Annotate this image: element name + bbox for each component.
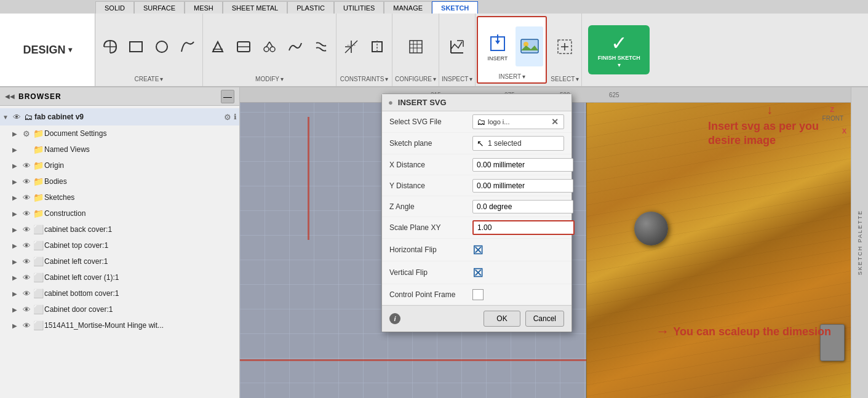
- tree-item-origin[interactable]: ▶ 👁 📁 Origin: [0, 157, 239, 173]
- annotation-text-1: Insert svg as per you desire image: [708, 119, 831, 148]
- inspect-section: INSPECT ▾: [439, 14, 476, 86]
- z-angle-input[interactable]: [472, 200, 573, 213]
- finish-arrow-icon: ▾: [618, 62, 621, 68]
- tab-solid[interactable]: SOLID: [95, 1, 134, 14]
- insert-label[interactable]: INSERT ▾: [499, 73, 526, 80]
- modify-tool-2[interactable]: [231, 30, 256, 63]
- x-distance-input[interactable]: [472, 158, 573, 172]
- tab-sheetmetal[interactable]: SHEET METAL: [223, 1, 287, 14]
- select-arrow-icon: ▾: [576, 76, 579, 82]
- select-tool-1[interactable]: [552, 30, 577, 63]
- modify-arrow-icon: ▾: [281, 76, 284, 82]
- eye-icon-origin[interactable]: 👁: [21, 161, 32, 170]
- canvas-area[interactable]: 315 375 500 625 Z FRONT X ● INSERT SVG S…: [240, 87, 868, 398]
- modify-tool-3[interactable]: [283, 30, 308, 63]
- constraints-tool-1[interactable]: ←→: [339, 30, 364, 63]
- tab-sketch[interactable]: SKETCH: [432, 1, 478, 14]
- tree-item-construction[interactable]: ▶ 👁 📁 Construction: [0, 205, 239, 221]
- modify-tool-scissors[interactable]: [257, 30, 282, 63]
- browser-header: ◀◀ BROWSER —: [0, 87, 239, 106]
- create-tool-3[interactable]: [149, 30, 174, 63]
- cancel-button[interactable]: Cancel: [525, 311, 564, 327]
- design-arrow-icon: ▾: [68, 46, 72, 54]
- dialog-label-control-point: Control Point Frame: [389, 290, 472, 299]
- annotation-text-2: You can scaleup the dimesion: [673, 325, 831, 338]
- tree-item-bodies[interactable]: ▶ 👁 📁 Bodies: [0, 173, 239, 189]
- dialog-header[interactable]: ● INSERT SVG: [382, 94, 571, 111]
- sketch-plane-value[interactable]: ↖ 1 selected: [472, 136, 564, 151]
- inspect-label[interactable]: INSPECT ▾: [442, 76, 472, 82]
- tree-item-top-cover[interactable]: ▶ 👁 ⬜ Cabinet top cover:1: [0, 237, 239, 253]
- tree-item-back-cover[interactable]: ▶ 👁 ⬜ cabinet back cover:1: [0, 221, 239, 237]
- dialog-row-svg-file: Select SVG File 🗂 logo i... ✕: [382, 111, 571, 133]
- design-button[interactable]: DESIGN ▾: [0, 14, 95, 86]
- scale-xy-input[interactable]: [472, 220, 575, 235]
- tab-surface[interactable]: SURFACE: [134, 1, 185, 14]
- svg-rect-15: [410, 41, 422, 53]
- h-flip-icon[interactable]: ⊠: [472, 242, 484, 258]
- create-tool-2[interactable]: [124, 30, 148, 63]
- gear-icon-root[interactable]: ⚙: [224, 113, 231, 122]
- configure-label[interactable]: CONFIGURE ▾: [395, 76, 436, 82]
- eye-icon-construction[interactable]: 👁: [21, 209, 32, 218]
- expand-arrow-bodies: ▶: [12, 178, 21, 185]
- finish-sketch-button[interactable]: ✓ FINISH SKETCH ▾: [588, 25, 650, 74]
- tree-item-door-cover[interactable]: ▶ 👁 ⬜ Cabinet door cover:1: [0, 301, 239, 317]
- eye-icon-sketches[interactable]: 👁: [21, 193, 32, 202]
- tree-item-doc-settings[interactable]: ▶ ⚙ 📁 Document Settings: [0, 125, 239, 141]
- y-distance-input[interactable]: [472, 179, 573, 193]
- configure-tool-1[interactable]: [404, 30, 428, 63]
- tab-plastic[interactable]: PLASTIC: [287, 1, 334, 14]
- tree-item-left-cover-1[interactable]: ▶ 👁 ⬜ Cabinet left cover (1):1: [0, 269, 239, 285]
- tree-item-bottom-cover[interactable]: ▶ 👁 ⬜ cabinet bottom cover:1: [0, 285, 239, 301]
- svg-point-5: [264, 47, 269, 52]
- create-tool-1[interactable]: [98, 30, 122, 63]
- modify-tool-4[interactable]: [309, 30, 333, 63]
- tree-item-hinge[interactable]: ▶ 👁 ⬜ 1514A11_Mortise-Mount Hinge wit...: [0, 317, 239, 333]
- eye-icon-back[interactable]: 👁: [21, 225, 32, 234]
- ok-button[interactable]: OK: [484, 311, 520, 327]
- tab-manage[interactable]: MANAGE: [384, 1, 432, 14]
- tree-item-left-cover[interactable]: ▶ 👁 ⬜ Cabinet left cover:1: [0, 253, 239, 269]
- tree-item-sketches[interactable]: ▶ 👁 📁 Sketches: [0, 189, 239, 205]
- folder-icon-named: 📁: [32, 145, 44, 154]
- tree-item-named-views[interactable]: ▶ 📁 Named Views: [0, 141, 239, 157]
- tree-item-root[interactable]: ▼ 👁 🗂 fab cabinet v9 ⚙ ℹ: [0, 108, 239, 125]
- v-flip-icon[interactable]: ⊠: [472, 265, 484, 281]
- annotation-insert: ↓ Insert svg as per you desire image: [708, 103, 831, 148]
- tab-utilities[interactable]: UTILITIES: [334, 1, 384, 14]
- select-label[interactable]: SELECT ▾: [551, 76, 579, 82]
- info-icon[interactable]: i: [389, 313, 400, 324]
- eye-icon-hinge[interactable]: 👁: [21, 321, 32, 330]
- expand-arrow-named: ▶: [12, 146, 21, 153]
- browser-minimize-button[interactable]: —: [221, 90, 234, 103]
- constraints-tool-2[interactable]: [365, 30, 389, 63]
- file-clear-button[interactable]: ✕: [550, 117, 560, 127]
- create-label[interactable]: CREATE ▾: [135, 76, 164, 82]
- eye-icon-left[interactable]: 👁: [21, 257, 32, 266]
- eye-icon-left1[interactable]: 👁: [21, 273, 32, 282]
- constraints-label[interactable]: CONSTRAINTS ▾: [340, 76, 389, 82]
- eye-icon-top[interactable]: 👁: [21, 241, 32, 250]
- eye-icon-root[interactable]: 👁: [11, 113, 22, 122]
- tab-mesh[interactable]: MESH: [185, 1, 223, 14]
- dialog-label-v-flip: Vertical Flip: [389, 268, 472, 277]
- control-point-checkbox[interactable]: [472, 289, 484, 300]
- eye-icon-door[interactable]: 👁: [21, 305, 32, 314]
- inspect-tool-1[interactable]: [445, 30, 469, 63]
- browser-collapse-icon[interactable]: ◀◀: [5, 93, 15, 100]
- modify-tool-1[interactable]: [205, 30, 230, 63]
- modify-label[interactable]: MODIFY ▾: [255, 76, 284, 82]
- axis-x: X: [842, 127, 846, 135]
- file-display[interactable]: 🗂 logo i... ✕: [472, 114, 564, 129]
- create-tool-4[interactable]: [175, 30, 200, 63]
- tree-item-label-named: Named Views: [44, 145, 237, 154]
- insert-tool-image[interactable]: [516, 26, 543, 66]
- eye-icon-bodies[interactable]: 👁: [21, 177, 32, 186]
- tree-item-label-back: cabinet back cover:1: [44, 225, 237, 234]
- folder-icon-bodies: 📁: [32, 177, 44, 186]
- insert-tool-main[interactable]: INSERT: [480, 26, 514, 66]
- gear-icon-doc[interactable]: ⚙: [21, 129, 32, 138]
- dialog-row-z-angle: Z Angle: [382, 196, 571, 217]
- eye-icon-bottom[interactable]: 👁: [21, 289, 32, 298]
